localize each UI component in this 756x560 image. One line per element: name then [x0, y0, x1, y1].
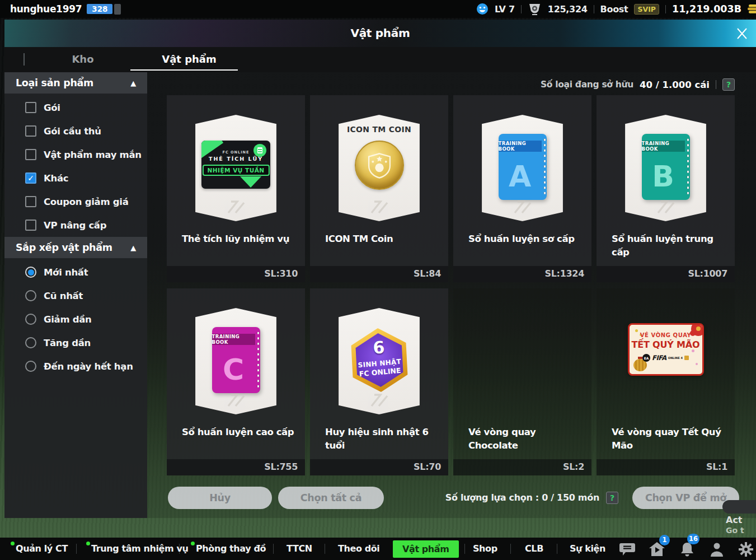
filter-list: GóiGói cầu thủVật phẩm may mắn✓KhácCoupo…	[4, 94, 147, 237]
radio[interactable]	[25, 290, 36, 301]
owned-help-button[interactable]: ?	[722, 78, 735, 91]
close-button[interactable]	[734, 26, 750, 41]
fc-watermark	[369, 200, 390, 214]
user-info: hunghue1997 328	[10, 0, 121, 18]
sort-section-header[interactable]: Sắp xếp vật phẩm ▲	[4, 237, 147, 258]
select-all-button[interactable]: Chọn tất cả	[278, 487, 384, 509]
item-count: SL:1	[706, 461, 727, 472]
item-name: Sổ huấn luyện cao cấp	[182, 426, 300, 439]
training-book-icon: TRAINING BOOK A	[499, 134, 547, 200]
checkbox[interactable]	[25, 149, 36, 160]
item-tile[interactable]: TRAINING BOOK C Sổ huấn luyện cao cấpSL:…	[167, 288, 305, 475]
item-card: TRAINING BOOK B	[625, 115, 706, 221]
nav-item[interactable]: Sự kiện	[570, 538, 605, 560]
item-tile[interactable]: TRAINING BOOK A Sổ huấn luyện sơ cấpSL:1…	[453, 95, 591, 282]
nav-item[interactable]: Trung tâm nhiệm vụ	[91, 538, 189, 560]
owned-label: Số loại đang sở hữu	[541, 80, 633, 90]
item-tile[interactable]: VÉ VÒNG QUAY TẾT QUÝ MÃO EAFIFAONLINE 4 …	[597, 288, 735, 475]
checkbox[interactable]	[25, 125, 36, 137]
trophy-icon	[528, 3, 542, 16]
level-label: LV 7	[495, 4, 515, 15]
item-tile[interactable]: ICON TM COIN ICON TM CoinSL:84	[310, 95, 448, 282]
nav-item[interactable]: Theo dõi	[338, 538, 379, 560]
profile-icon[interactable]	[707, 542, 726, 557]
checkbox-checked[interactable]: ✓	[25, 172, 36, 184]
owned-value: 40 / 1.000 cái	[640, 80, 710, 90]
nav-item[interactable]: Vật phẩm	[393, 540, 459, 558]
tet-ticket-art: VÉ VÒNG QUAY TẾT QUÝ MÃO EAFIFAONLINE 4	[628, 323, 704, 376]
filter-section-title: Loại sản phẩm	[16, 77, 93, 88]
item-count: SL:755	[264, 461, 298, 472]
item-tile[interactable]: 6 SINH NHẬT FC ONLINEHuy hiệu sinh nhật …	[310, 288, 448, 475]
divider	[521, 5, 522, 13]
cancel-button[interactable]: Hủy	[168, 487, 272, 509]
nav-item[interactable]: Quản lý CT	[16, 538, 68, 560]
sort-label: Giảm dần	[44, 314, 92, 325]
book-letter: A	[499, 153, 542, 200]
sort-option[interactable]: Mới nhất	[4, 260, 147, 284]
game-screen: hunghue1997 328 LV 7 125,324 Boost SVIP …	[0, 0, 756, 560]
book-label: TRAINING BOOK	[212, 334, 255, 345]
filter-label: Vật phẩm may mắn	[44, 150, 142, 160]
item-footer: SL:2	[453, 459, 591, 475]
fc-watermark	[369, 393, 390, 408]
filter-option[interactable]: Gói	[4, 96, 147, 119]
tab-kho[interactable]: Kho	[38, 47, 128, 72]
training-book-icon: TRAINING BOOK C	[212, 327, 260, 393]
sort-label: Tăng dần	[44, 338, 91, 348]
item-name: Sổ huấn luyện trung cấp	[612, 232, 730, 259]
tab-bar: Kho Vật phẩm	[4, 47, 756, 72]
item-count: SL:1324	[544, 268, 584, 279]
nav-item[interactable]: Shop	[473, 538, 497, 560]
item-footer: SL:1	[597, 459, 735, 475]
nav-item[interactable]: TTCN	[287, 538, 312, 560]
divider	[716, 80, 716, 89]
tab-vat-pham[interactable]: Vật phẩm	[136, 47, 242, 72]
radio[interactable]	[25, 314, 36, 325]
filter-option[interactable]: ✓Khác	[4, 166, 147, 190]
radio-selected[interactable]	[25, 267, 36, 278]
filter-option[interactable]: Coupon giảm giá	[4, 190, 147, 213]
nav-item[interactable]: CLB	[525, 538, 543, 560]
checkbox[interactable]	[25, 102, 36, 113]
filter-section-header[interactable]: Loại sản phẩm ▲	[4, 72, 147, 94]
sort-label: Đến ngày hết hạn	[44, 361, 133, 372]
checkbox[interactable]	[25, 220, 36, 231]
item-name: Vé vòng quay Tết Quý Mão	[612, 426, 730, 452]
item-count: SL:1007	[688, 268, 727, 279]
item-tile[interactable]: Vé vòng quay ChocolateSL:2	[453, 288, 591, 475]
checkbox[interactable]	[25, 196, 36, 207]
edge-popup-cap	[722, 500, 756, 514]
sort-option[interactable]: Cũ nhất	[4, 284, 147, 307]
collapse-triangle-icon: ▲	[130, 79, 136, 87]
item-footer: SL:70	[310, 459, 448, 475]
nav-separator	[273, 544, 274, 554]
edge-popup-line1: Act	[726, 515, 756, 525]
sort-option[interactable]: Đến ngày hết hạn	[4, 354, 147, 378]
radio[interactable]	[25, 361, 36, 372]
sort-option[interactable]: Giảm dần	[4, 307, 147, 331]
item-name: Huy hiệu sinh nhật 6 tuổi	[325, 426, 444, 452]
item-footer: SL:1007	[597, 266, 735, 282]
chat-icon[interactable]	[618, 542, 637, 557]
filter-option[interactable]: Gói cầu thủ	[4, 119, 147, 143]
edge-popup[interactable]: Act Go t	[716, 500, 756, 535]
user-level-badge: 328	[87, 4, 112, 14]
item-tile[interactable]: FC ONLINE THẺ TÍCH LŨY NHIỆM VỤ TUẦN Thẻ…	[167, 95, 305, 282]
sort-option[interactable]: Tăng dần	[4, 331, 147, 354]
settings-gear-icon[interactable]	[736, 542, 755, 557]
collapse-triangle-icon: ▲	[130, 244, 136, 252]
filter-option[interactable]: Vật phẩm may mắn	[4, 143, 147, 166]
radio[interactable]	[25, 337, 36, 348]
item-tile[interactable]: TRAINING BOOK B Sổ huấn luyện trung cấpS…	[597, 95, 735, 282]
card-brand: FC ONLINE	[201, 150, 270, 155]
item-count: SL:84	[414, 268, 441, 279]
ticket-line2: TẾT QUÝ MÃO	[630, 339, 702, 350]
item-grid: FC ONLINE THẺ TÍCH LŨY NHIỆM VỤ TUẦN Thẻ…	[167, 95, 735, 475]
selection-help-button[interactable]: ?	[606, 492, 618, 504]
book-spiral	[542, 137, 547, 197]
nav-item[interactable]: Phòng thay đồ	[196, 538, 266, 560]
book-letter: C	[212, 346, 255, 393]
filter-option[interactable]: VP nâng cấp	[4, 213, 147, 237]
close-icon	[735, 27, 749, 40]
